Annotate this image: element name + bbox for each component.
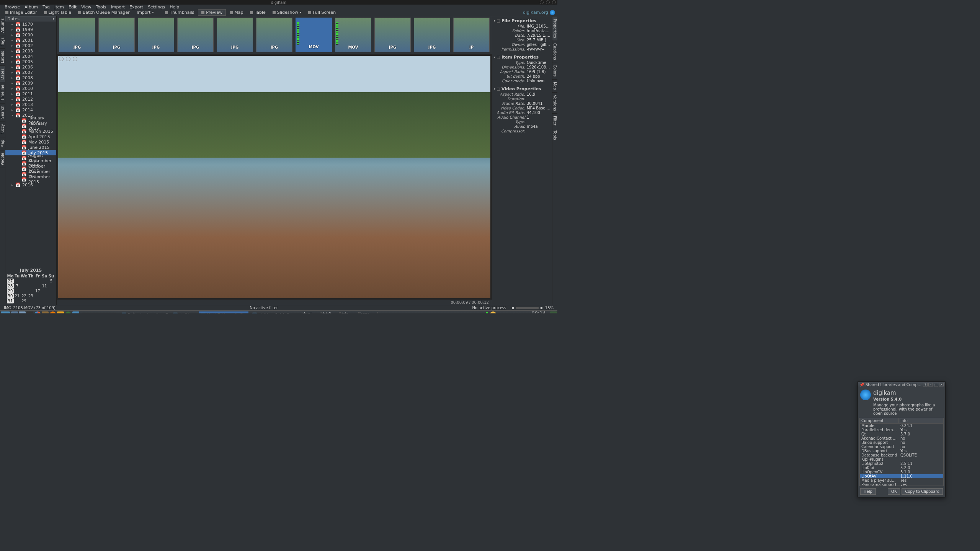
weather-icon[interactable]: [490, 311, 497, 314]
map-button[interactable]: Map: [227, 10, 246, 15]
import-button[interactable]: Import ▾: [134, 10, 157, 15]
tray-icon[interactable]: ▣: [508, 313, 511, 313]
batch-queue-button[interactable]: Batch Queue Manager: [75, 10, 133, 15]
folder-widget[interactable]: data2: [321, 312, 340, 314]
section-header[interactable]: ▾ File Properties: [494, 18, 550, 24]
thumbnail[interactable]: JPG: [414, 18, 450, 52]
menu-tools[interactable]: Tools: [93, 5, 108, 9]
tab-albums[interactable]: Albums: [0, 16, 5, 35]
fullscreen-button[interactable]: Full Screen: [305, 10, 339, 15]
menu-settings[interactable]: Settings: [145, 5, 167, 9]
cal-day[interactable]: 22: [21, 293, 28, 298]
thumbnails-button[interactable]: Thumbnails: [162, 10, 197, 15]
tree-year[interactable]: ▸📅2001: [5, 37, 56, 43]
tab-colors[interactable]: Colors: [552, 62, 557, 79]
cal-day[interactable]: 28: [7, 284, 14, 289]
terminal-icon[interactable]: [26, 311, 33, 314]
tab-versions[interactable]: Versions: [552, 92, 557, 113]
minimize-icon[interactable]: [540, 0, 544, 4]
tree-year[interactable]: ▸📅2006: [5, 64, 56, 70]
tree-month[interactable]: 📅May 2015: [5, 139, 56, 145]
menu-export[interactable]: Export: [127, 5, 145, 9]
preview-button[interactable]: Preview: [198, 9, 226, 16]
folder-widget[interactable]: devel: [302, 312, 320, 314]
tray-icon[interactable]: ▲: [521, 313, 524, 313]
zoom-in-icon[interactable]: ▪: [540, 306, 543, 310]
folder-widget[interactable]: data: [340, 312, 359, 314]
taskbar-task[interactable]: Boîte de réception (54: [119, 311, 169, 314]
menu-item[interactable]: Item: [52, 5, 66, 9]
tray-icon[interactable]: ◧: [498, 313, 502, 313]
cal-day[interactable]: 30: [7, 293, 14, 298]
thumbnail[interactable]: JPG: [374, 18, 411, 52]
kde-menu-icon[interactable]: [1, 311, 10, 314]
tree-year[interactable]: ▸📅2010: [5, 86, 56, 91]
section-header[interactable]: ▾ Item Properties: [494, 54, 550, 60]
tab-fuzzy[interactable]: Fuzzy: [0, 122, 5, 137]
taskbar-task[interactable]: digiKam: [171, 311, 197, 314]
thumbnail[interactable]: JPG: [59, 18, 95, 52]
digikam-link[interactable]: digiKam.org: [523, 10, 548, 15]
cal-day[interactable]: 5: [48, 279, 55, 284]
zoom-out-icon[interactable]: ▪: [511, 306, 514, 310]
files-icon[interactable]: [19, 311, 26, 314]
tab-people[interactable]: People: [0, 150, 5, 168]
tree-month[interactable]: 📅April 2015: [5, 134, 56, 139]
tree-year[interactable]: ▸📅2013: [5, 102, 56, 107]
tray-icon[interactable]: ♫: [512, 313, 516, 313]
tab-timeline[interactable]: Timeline: [0, 82, 5, 104]
maximize-icon[interactable]: [546, 0, 550, 4]
tree-month[interactable]: 📅June 2015: [5, 145, 56, 150]
thumbnail[interactable]: JPG: [138, 18, 174, 52]
clock[interactable]: 00:14 10/01/2017: [528, 311, 550, 314]
tree-month[interactable]: 📅December 2015: [5, 177, 56, 182]
cal-day[interactable]: 31: [7, 298, 14, 303]
tab-labels[interactable]: Labels: [0, 49, 5, 66]
taskbar-task[interactable]: Light Table — digiKam: [199, 311, 248, 314]
cal-day[interactable]: 7: [14, 284, 21, 289]
tree-year[interactable]: ▸📅1970: [5, 21, 56, 27]
tree-year[interactable]: ▸📅2011: [5, 91, 56, 96]
notifications-icon[interactable]: [550, 311, 557, 314]
tree-year[interactable]: ▸📅1999: [5, 27, 56, 32]
cal-day[interactable]: 21: [14, 293, 21, 298]
cal-day[interactable]: 27: [7, 279, 14, 284]
tree-year[interactable]: ▸📅2003: [5, 48, 56, 54]
table-button[interactable]: Table: [247, 10, 268, 15]
thumbnail[interactable]: JPG: [256, 18, 292, 52]
zoom-slider[interactable]: [516, 307, 539, 309]
tree-year[interactable]: ▸📅2002: [5, 43, 56, 48]
preview-area[interactable]: ‹ › ⊙: [57, 54, 492, 300]
thumbnail[interactable]: MOV: [296, 18, 332, 52]
thumbstrip[interactable]: JPGJPGJPGJPGJPGJPGMOVMOVJPGJPGJP: [57, 16, 492, 54]
menu-import[interactable]: Import: [109, 5, 127, 9]
prev-button[interactable]: ‹: [59, 57, 64, 61]
activity-widget[interactable]: [82, 313, 116, 314]
tab-tags[interactable]: Tags: [0, 35, 5, 49]
section-header[interactable]: ▾ Video Properties: [494, 86, 550, 92]
cal-day[interactable]: 11: [41, 284, 48, 289]
folder-widget[interactable]: home: [359, 312, 378, 314]
battery-icon[interactable]: [486, 312, 488, 314]
thumbnail[interactable]: JP: [453, 18, 490, 52]
tree-year[interactable]: ▸📅2008: [5, 75, 56, 80]
dates-combo[interactable]: Dates▾: [5, 16, 56, 21]
tab-map[interactable]: Map: [0, 137, 5, 150]
tab-map-r[interactable]: Map: [552, 79, 557, 92]
cal-day[interactable]: 17: [34, 289, 41, 293]
tree-month[interactable]: 📅March 2015: [5, 129, 56, 134]
books-icon[interactable]: [42, 311, 49, 314]
cal-day[interactable]: 29: [21, 298, 28, 303]
menu-help[interactable]: Help: [167, 5, 181, 9]
globe-icon[interactable]: [550, 10, 555, 15]
tab-captions[interactable]: Captions: [552, 41, 557, 62]
close-icon[interactable]: [552, 0, 556, 4]
target-icon[interactable]: ⊙: [73, 57, 77, 61]
light-table-button[interactable]: Light Table: [41, 10, 74, 15]
menu-album[interactable]: Album: [22, 5, 40, 9]
taskbar-task[interactable]: digiKam-5.4.1-Group: [250, 311, 300, 314]
tab-filter[interactable]: Filter: [552, 113, 557, 128]
amarok-icon[interactable]: [57, 311, 64, 314]
thumbnail[interactable]: JPG: [177, 18, 214, 52]
tree-month[interactable]: 📅February 2015: [5, 123, 56, 129]
